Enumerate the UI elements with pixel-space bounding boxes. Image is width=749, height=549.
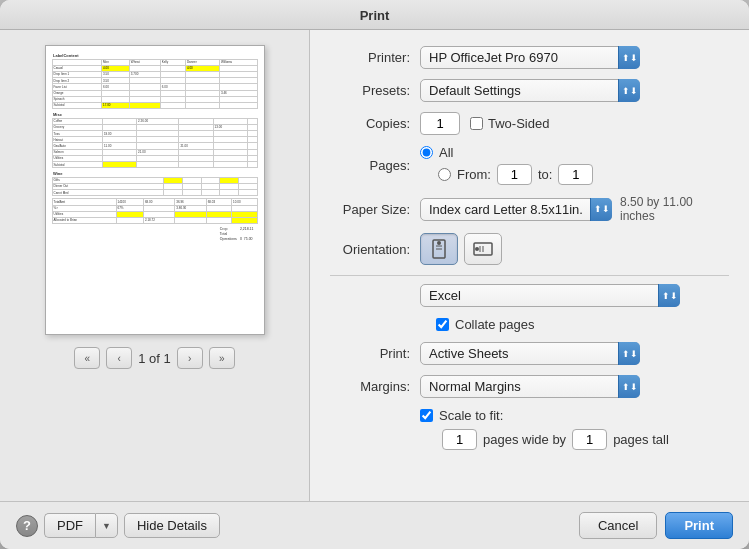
excel-row: Excel ⬆⬇ [330,284,729,307]
printer-label: Printer: [330,50,420,65]
excel-select[interactable]: Excel [420,284,680,307]
copies-row: Copies: Two-Sided [330,112,729,135]
paper-size-label: Paper Size: [330,202,420,217]
pdf-button[interactable]: PDF [44,513,95,538]
printer-select[interactable]: HP OfficeJet Pro 6970 [420,46,640,69]
collate-row: Collate pages [330,317,729,332]
presets-label: Presets: [330,83,420,98]
bottom-bar: ? PDF ▼ Hide Details Cancel Print [0,501,749,549]
orientation-row: Orientation: [330,233,729,265]
copies-input[interactable] [420,112,460,135]
presets-select-wrapper: Default Settings ⬆⬇ [420,79,640,102]
margins-row: Margins: Normal Margins Wide Margins Nar… [330,375,729,398]
pages-row: Pages: All From: to: [330,145,729,185]
all-pages-radio[interactable] [420,146,433,159]
presets-row: Presets: Default Settings ⬆⬇ [330,79,729,102]
title-bar: Print [0,0,749,30]
help-button[interactable]: ? [16,515,38,537]
divider-1 [330,275,729,276]
excel-select-wrapper: Excel ⬆⬇ [420,284,680,307]
preview-panel: LabelContent Mon Wheat Kelly Danner Will… [0,30,310,501]
prev-page-button[interactable]: ‹ [106,347,132,369]
pages-wide-input[interactable] [442,429,477,450]
presets-select[interactable]: Default Settings [420,79,640,102]
portrait-button[interactable] [420,233,458,265]
scale-label: Scale to fit: [439,408,503,423]
pages-controls: All From: to: [420,145,593,185]
page-controls: « ‹ 1 of 1 › » [74,347,235,369]
cancel-button[interactable]: Cancel [579,512,657,539]
orientation-controls [420,233,502,265]
print-select[interactable]: Active Sheets Entire Workbook Selection [420,342,640,365]
paper-size-select-wrapper: Index card Letter 8.5x11in. ⬆⬇ [420,198,612,221]
scale-row: Scale to fit: pages wide by pages tall [330,408,729,450]
orientation-label: Orientation: [330,242,420,257]
page-info: 1 of 1 [138,351,171,366]
first-page-button[interactable]: « [74,347,100,369]
print-select-row: Print: Active Sheets Entire Workbook Sel… [330,342,729,365]
svg-point-7 [475,247,479,251]
scale-section: Scale to fit: pages wide by pages tall [420,408,669,450]
dialog-title: Print [360,8,390,23]
pages-tall-input[interactable] [572,429,607,450]
pages-label: Pages: [330,158,420,173]
paper-size-info: 8.50 by 11.00 inches [620,195,729,223]
bottom-right: Cancel Print [579,512,733,539]
from-to-row: From: to: [420,164,593,185]
print-button[interactable]: Print [665,512,733,539]
pdf-dropdown-button[interactable]: ▼ [95,513,118,538]
copies-controls: Two-Sided [420,112,549,135]
paper-size-controls: Index card Letter 8.5x11in. ⬆⬇ 8.50 by 1… [420,195,729,223]
paper-size-select[interactable]: Index card Letter 8.5x11in. [420,198,612,221]
last-page-button[interactable]: » [209,347,235,369]
next-page-button[interactable]: › [177,347,203,369]
print-select-wrapper: Active Sheets Entire Workbook Selection … [420,342,640,365]
scale-checkbox-row: Scale to fit: [420,408,669,423]
svg-point-3 [437,241,441,245]
page-preview: LabelContent Mon Wheat Kelly Danner Will… [45,45,265,335]
print-select-label: Print: [330,346,420,361]
scale-checkbox[interactable] [420,409,433,422]
scale-inputs-row: pages wide by pages tall [420,429,669,450]
landscape-icon [473,241,493,257]
two-sided-label[interactable]: Two-Sided [470,116,549,131]
from-input[interactable] [497,164,532,185]
margins-select[interactable]: Normal Margins Wide Margins Narrow Margi… [420,375,640,398]
printer-select-wrapper: HP OfficeJet Pro 6970 ⬆⬇ [420,46,640,69]
bottom-left: ? PDF ▼ Hide Details [16,513,220,538]
all-pages-row: All [420,145,593,160]
margins-label: Margins: [330,379,420,394]
paper-size-row: Paper Size: Index card Letter 8.5x11in. … [330,195,729,223]
landscape-button[interactable] [464,233,502,265]
two-sided-checkbox[interactable] [470,117,483,130]
copies-label: Copies: [330,116,420,131]
from-to-radio[interactable] [438,168,451,181]
margins-select-wrapper: Normal Margins Wide Margins Narrow Margi… [420,375,640,398]
printer-row: Printer: HP OfficeJet Pro 6970 ⬆⬇ [330,46,729,69]
print-dialog: Print LabelContent Mon Wheat Kelly Danne… [0,0,749,549]
hide-details-button[interactable]: Hide Details [124,513,220,538]
to-input[interactable] [558,164,593,185]
portrait-icon [431,239,447,259]
pdf-btn-group: PDF ▼ [44,513,118,538]
settings-panel: Printer: HP OfficeJet Pro 6970 ⬆⬇ Preset… [310,30,749,501]
collate-label[interactable]: Collate pages [455,317,535,332]
collate-checkbox[interactable] [436,318,449,331]
